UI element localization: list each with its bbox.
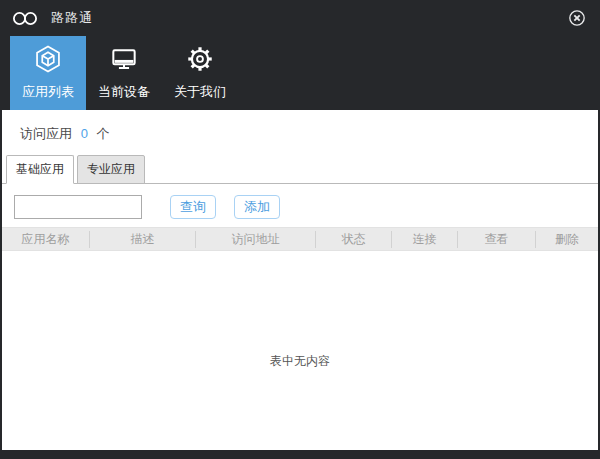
infinity-logo-icon <box>12 11 39 26</box>
summary-label: 访问应用 <box>20 126 72 141</box>
content-area: 访问应用 0 个 基础应用 专业应用 查询 添加 应用名称 描述 访问地址 状态… <box>2 110 598 450</box>
column-header-address: 访问地址 <box>196 231 316 248</box>
search-toolbar: 查询 添加 <box>14 194 598 219</box>
close-button[interactable] <box>566 7 588 29</box>
toolbar-item-label: 关于我们 <box>174 83 226 101</box>
toolbar-item-current-device[interactable]: 当前设备 <box>86 36 162 110</box>
app-category-tabs: 基础应用 专业应用 <box>2 155 598 184</box>
column-header-status: 状态 <box>316 231 392 248</box>
toolbar: 应用列表 当前设备 <box>0 36 600 110</box>
gear-icon <box>184 43 216 75</box>
search-input[interactable] <box>14 195 142 219</box>
column-header-description: 描述 <box>90 231 196 248</box>
toolbar-item-app-list[interactable]: 应用列表 <box>10 36 86 110</box>
toolbar-item-about-us[interactable]: 关于我们 <box>162 36 238 110</box>
tab-basic-apps[interactable]: 基础应用 <box>6 155 74 184</box>
app-count: 0 <box>81 126 88 141</box>
access-apps-summary: 访问应用 0 个 <box>2 110 598 143</box>
column-header-view: 查看 <box>458 231 536 248</box>
window-bottom-edge <box>0 450 600 459</box>
apps-table-header: 应用名称 描述 访问地址 状态 连接 查看 删除 <box>2 227 598 251</box>
add-button[interactable]: 添加 <box>234 195 280 219</box>
query-button[interactable]: 查询 <box>170 195 216 219</box>
app-window: 路路通 应用列表 <box>0 0 600 459</box>
window-title: 路路通 <box>51 9 93 27</box>
column-header-connect: 连接 <box>392 231 458 248</box>
monitor-icon <box>108 43 140 75</box>
summary-unit: 个 <box>96 126 109 141</box>
toolbar-item-label: 应用列表 <box>22 83 74 101</box>
column-header-app-name: 应用名称 <box>2 231 90 248</box>
title-bar: 路路通 <box>0 0 600 36</box>
column-header-delete: 删除 <box>536 231 598 248</box>
tab-professional-apps[interactable]: 专业应用 <box>77 155 145 184</box>
toolbar-item-label: 当前设备 <box>98 83 150 101</box>
cube-icon <box>32 43 64 75</box>
empty-table-message: 表中无内容 <box>2 251 598 370</box>
